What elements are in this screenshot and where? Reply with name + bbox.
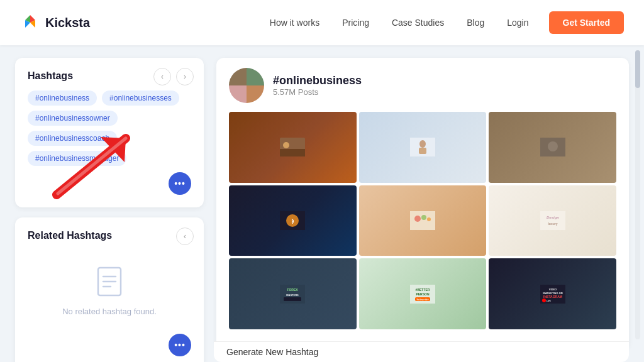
scrollbar-track <box>635 50 640 339</box>
nav-blog[interactable]: Blog <box>467 18 484 28</box>
empty-document-icon <box>91 263 128 300</box>
empty-state: No related hashtag found. <box>28 250 191 329</box>
svg-point-35 <box>542 299 546 302</box>
grid-image-5[interactable] <box>359 185 487 256</box>
hashtag-header: #onlinebusiness 5.57M Posts <box>229 68 616 103</box>
grid-image-9[interactable]: VIDEOMARKETING ONINSTAGRAMLIVE <box>489 258 616 329</box>
hashtag-tag-2[interactable]: #onlinebusinessowner <box>28 111 118 126</box>
logo-area[interactable]: Kicksta <box>20 13 90 33</box>
hashtag-detail-card: #onlinebusiness 5.57M Posts <box>216 58 629 349</box>
nav-links: How it works Pricing Case Studies Blog L… <box>270 18 529 28</box>
empty-message: No related hashtag found. <box>62 307 157 316</box>
svg-rect-9 <box>419 148 426 154</box>
logo-text: Kicksta <box>45 16 90 30</box>
main-content: ‹ › Hashtags #onlinebusiness #onlinebusi… <box>0 45 644 362</box>
svg-point-6 <box>283 142 289 148</box>
scrollbar-thumb[interactable] <box>635 50 640 88</box>
svg-text:luxury: luxury <box>548 222 557 226</box>
nav-login[interactable]: Login <box>507 18 528 28</box>
hashtag-name: #onlinebusiness <box>273 74 362 87</box>
generate-hashtag-bar[interactable]: Generate New Hashtag <box>214 341 629 362</box>
hashtag-tag-4[interactable]: #onlinebusinessmanager <box>28 151 126 166</box>
hashtag-posts: 5.57M Posts <box>273 87 362 97</box>
related-hashtags-title: Related Hashtags <box>28 230 191 241</box>
hashtag-info: #onlinebusiness 5.57M Posts <box>273 74 362 97</box>
svg-rect-5 <box>280 149 305 156</box>
prev-related-btn[interactable]: ‹ <box>176 228 194 245</box>
svg-point-16 <box>414 216 421 222</box>
svg-point-17 <box>421 215 426 220</box>
svg-text:PERSON: PERSON <box>416 292 430 296</box>
svg-text:FOREX: FOREX <box>287 288 299 292</box>
hashtags-card: ‹ › Hashtags #onlinebusiness #onlinebusi… <box>15 58 204 207</box>
svg-text:#BETTER: #BETTER <box>416 288 430 292</box>
prev-hashtags-btn[interactable]: ‹ <box>153 68 171 85</box>
hashtags-list: #onlinebusiness #onlinebusinesses #onlin… <box>28 90 191 166</box>
hashtag-image-grid: ₿ Designluxury FOREXMASTERS <box>229 112 616 329</box>
grid-image-8[interactable]: #BETTERPERSONSubscribe <box>359 258 487 329</box>
svg-text:VIDEO: VIDEO <box>548 288 556 291</box>
kicksta-logo-icon <box>20 13 40 33</box>
hashtag-tag-3[interactable]: #onlinebusinesscoach <box>28 131 117 146</box>
svg-text:Design: Design <box>547 216 559 219</box>
hashtag-tag-0[interactable]: #onlinebusiness <box>28 90 97 106</box>
right-panel: #onlinebusiness 5.57M Posts <box>216 58 629 349</box>
related-more-btn[interactable]: ••• <box>169 334 191 356</box>
grid-image-2[interactable] <box>359 112 487 183</box>
left-panel: ‹ › Hashtags #onlinebusiness #onlinebusi… <box>15 58 204 349</box>
get-started-button[interactable]: Get Started <box>549 11 624 34</box>
avatar-cell-1 <box>229 68 247 85</box>
svg-text:₿: ₿ <box>291 219 294 224</box>
avatar-cell-2 <box>247 68 264 85</box>
svg-rect-19 <box>540 211 565 230</box>
svg-text:LIVE: LIVE <box>547 300 551 302</box>
grid-image-7[interactable]: FOREXMASTERS <box>229 258 357 329</box>
svg-text:Subscribe: Subscribe <box>416 298 429 301</box>
svg-point-8 <box>419 140 426 148</box>
navbar: Kicksta How it works Pricing Case Studie… <box>0 0 644 45</box>
grid-image-4[interactable]: ₿ <box>229 185 357 256</box>
grid-image-1[interactable] <box>229 112 357 183</box>
svg-rect-15 <box>410 211 435 230</box>
nav-case-studies[interactable]: Case Studies <box>392 18 444 28</box>
generate-hashtag-label: Generate New Hashtag <box>226 347 318 357</box>
grid-image-6[interactable]: Designluxury <box>489 185 616 256</box>
avatar-cell-3 <box>229 85 247 103</box>
svg-point-18 <box>427 217 431 221</box>
svg-text:MASTERS: MASTERS <box>287 293 299 297</box>
svg-text:INSTAGRAM: INSTAGRAM <box>543 295 562 299</box>
grid-image-3[interactable] <box>489 112 616 183</box>
nav-pricing[interactable]: Pricing <box>342 18 369 28</box>
related-hashtags-card: ‹ Related Hashtags No related hashtag fo… <box>15 217 204 362</box>
avatar-cell-4 <box>247 85 264 103</box>
hashtag-tag-1[interactable]: #onlinebusinesses <box>102 90 179 106</box>
svg-point-11 <box>548 141 558 151</box>
hashtags-more-btn[interactable]: ••• <box>169 172 191 195</box>
svg-rect-25 <box>284 297 301 301</box>
next-hashtags-btn[interactable]: › <box>176 68 194 85</box>
hashtag-avatar <box>229 68 264 103</box>
nav-how-it-works[interactable]: How it works <box>270 18 319 28</box>
